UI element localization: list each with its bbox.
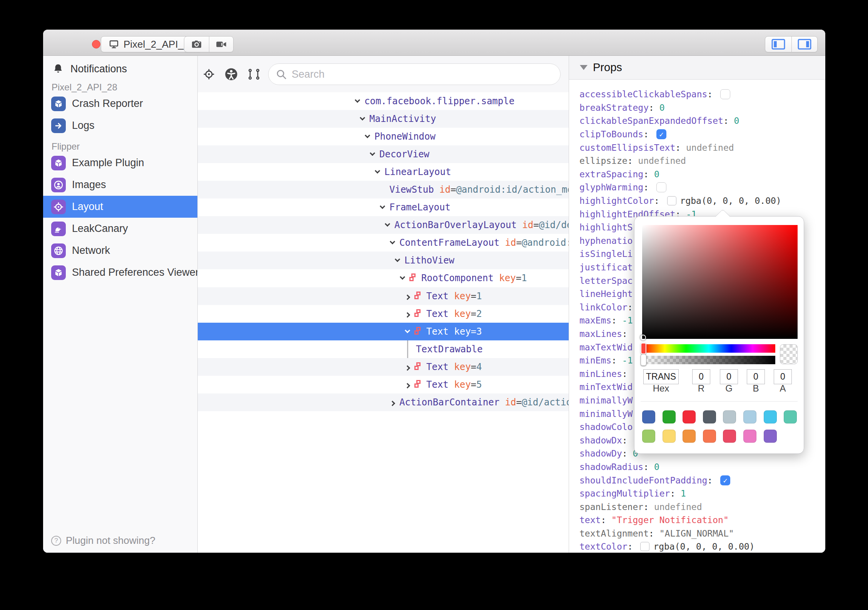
prop-row-highlightcolor: highlightColor: rgba(0, 0, 0, 0.00) [569, 194, 825, 208]
prop-key: hyphenatio [579, 236, 633, 246]
saturation-cursor[interactable] [640, 335, 646, 340]
prop-key: justificat [579, 262, 633, 272]
chevron-down-icon[interactable] [355, 97, 360, 103]
person-icon [51, 178, 66, 192]
chevron-down-icon[interactable] [405, 328, 410, 333]
tree-node-lithoview[interactable]: LithoView [198, 252, 569, 269]
preset-color-swatch[interactable] [743, 410, 756, 423]
tree-node-phonewindow[interactable]: PhoneWindow [198, 128, 569, 145]
sidebar-item-layout[interactable]: Layout [43, 196, 197, 218]
checkbox-unchecked[interactable] [720, 89, 730, 99]
chevron-right-icon[interactable] [390, 401, 395, 406]
toggle-left-panel-button[interactable] [765, 37, 791, 52]
preset-color-swatch[interactable] [723, 410, 736, 423]
color-swatch-button[interactable] [640, 542, 649, 551]
window-titlebar[interactable]: Pixel_2_API_28 [43, 30, 825, 56]
tree-node-actionbaroverlaylayout[interactable]: ActionBarOverlayLayout id=@id/decor_cont… [198, 216, 569, 234]
tree-node-contentframelayout[interactable]: ContentFrameLayout id=@android:id/conten… [198, 234, 569, 252]
sidebar-item-logs[interactable]: Logs [43, 115, 197, 137]
chevron-right-icon[interactable] [405, 383, 410, 388]
alpha-slider[interactable] [642, 356, 775, 364]
saturation-gradient-area[interactable] [642, 225, 798, 339]
checkbox-checked[interactable]: ✓ [720, 475, 730, 485]
preset-color-swatch[interactable] [703, 410, 716, 423]
tree-node-textdrawable[interactable]: TextDrawable [198, 340, 569, 358]
chevron-down-icon[interactable] [365, 133, 370, 138]
picker-input-g[interactable]: 0 [720, 369, 738, 384]
sidebar-item-images[interactable]: Images [43, 174, 197, 196]
tree-node-com-facebook-flipper-sample[interactable]: com.facebook.flipper.sample [198, 92, 569, 110]
tree-attr-value: @android:id/action_mode_bar_stub [456, 184, 569, 195]
tree-node-text[interactable]: Text key=3 [198, 323, 569, 340]
tree-node-text[interactable]: Text key=5 [198, 376, 569, 393]
preset-color-swatch[interactable] [703, 430, 716, 443]
chevron-right-icon[interactable] [405, 365, 410, 370]
sidebar-item-network[interactable]: Network [43, 240, 197, 262]
alpha-slider-handle[interactable] [641, 354, 646, 366]
color-swatch-button[interactable] [667, 196, 676, 205]
tree-node-linearlayout[interactable]: LinearLayout [198, 163, 569, 181]
spacer [449, 308, 454, 319]
tree-node-name: ActionBarOverlayLayout [394, 220, 517, 230]
chevron-right-icon[interactable] [405, 312, 410, 317]
sidebar-item-example-plugin[interactable]: Example Plugin [43, 152, 197, 174]
chevron-down-icon[interactable] [380, 203, 385, 209]
checkbox-checked[interactable]: ✓ [656, 129, 666, 139]
picker-input-a[interactable]: 0 [774, 369, 792, 384]
tree-attr-name: id [522, 220, 533, 230]
preset-color-swatch[interactable] [642, 410, 655, 423]
chevron-down-icon[interactable] [390, 239, 395, 244]
close-button[interactable] [92, 40, 100, 48]
preset-color-swatch[interactable] [743, 430, 756, 443]
tree-node-text[interactable]: Text key=2 [198, 305, 569, 323]
chevron-down-icon[interactable] [360, 115, 365, 120]
panel-toggle-group [765, 36, 818, 52]
preset-color-swatch[interactable] [663, 430, 676, 443]
hue-slider-handle[interactable] [641, 343, 646, 354]
tree-node-framelayout[interactable]: FrameLayout [198, 198, 569, 216]
props-section-header[interactable]: Props [569, 56, 825, 80]
prop-key: minEms [579, 355, 611, 365]
sidebar-item-leakcanary[interactable]: LeakCanary [43, 218, 197, 240]
prop-value: -1 [622, 315, 633, 325]
chevron-right-icon[interactable] [405, 294, 410, 300]
tree-node-actionbarcontainer[interactable]: ActionBarContainer id=@id/action_bar_con… [198, 393, 569, 411]
checkbox-unchecked[interactable] [656, 182, 666, 192]
sidebar-item-notifications[interactable]: Notifications [43, 60, 197, 77]
preset-color-swatch[interactable] [784, 410, 797, 423]
preset-color-swatch[interactable] [683, 410, 696, 423]
preset-color-swatch[interactable] [663, 410, 676, 423]
preset-color-swatch[interactable] [683, 430, 696, 443]
plugin-not-showing-link[interactable]: ? Plugin not showing? [51, 535, 155, 547]
toggle-right-panel-button[interactable] [791, 37, 818, 52]
screenshot-button[interactable] [184, 37, 209, 52]
hue-slider[interactable] [642, 344, 775, 353]
accessibility-button[interactable] [224, 67, 239, 82]
tree-node-text[interactable]: Text key=1 [198, 287, 569, 305]
picker-input-b[interactable]: 0 [747, 369, 765, 384]
search-input[interactable] [292, 68, 553, 80]
preset-color-swatch[interactable] [723, 430, 736, 443]
expand-selection-button[interactable] [247, 67, 261, 82]
preset-color-swatch[interactable] [642, 430, 655, 443]
chevron-down-icon[interactable] [385, 221, 390, 227]
prop-value: rgba(0, 0, 0, 0.00) [653, 542, 754, 552]
sidebar-item-shared-preferences-viewer[interactable]: Shared Preferences Viewer [43, 262, 197, 283]
preset-color-swatch[interactable] [764, 410, 777, 423]
tree-node-mainactivity[interactable]: MainActivity [198, 110, 569, 128]
tree-node-rootcomponent[interactable]: RootComponent key=1 [198, 269, 569, 287]
chevron-down-icon[interactable] [395, 257, 400, 262]
chevron-down-icon[interactable] [370, 150, 375, 156]
sidebar-item-crash-reporter[interactable]: Crash Reporter [43, 93, 197, 115]
target-button[interactable] [202, 67, 216, 82]
tree-node-decorview[interactable]: DecorView [198, 145, 569, 163]
chevron-down-icon[interactable] [375, 168, 380, 173]
screen-record-button[interactable] [209, 37, 234, 52]
prop-colon: : [622, 435, 633, 445]
tree-node-text[interactable]: Text key=4 [198, 358, 569, 376]
tree-node-viewstub[interactable]: ViewStub id=@android:id/action_mode_bar_… [198, 181, 569, 198]
picker-input-r[interactable]: 0 [692, 369, 710, 384]
chevron-down-icon[interactable] [400, 275, 405, 280]
preset-color-swatch[interactable] [764, 430, 777, 443]
picker-input-hex[interactable]: TRANS [643, 369, 679, 384]
